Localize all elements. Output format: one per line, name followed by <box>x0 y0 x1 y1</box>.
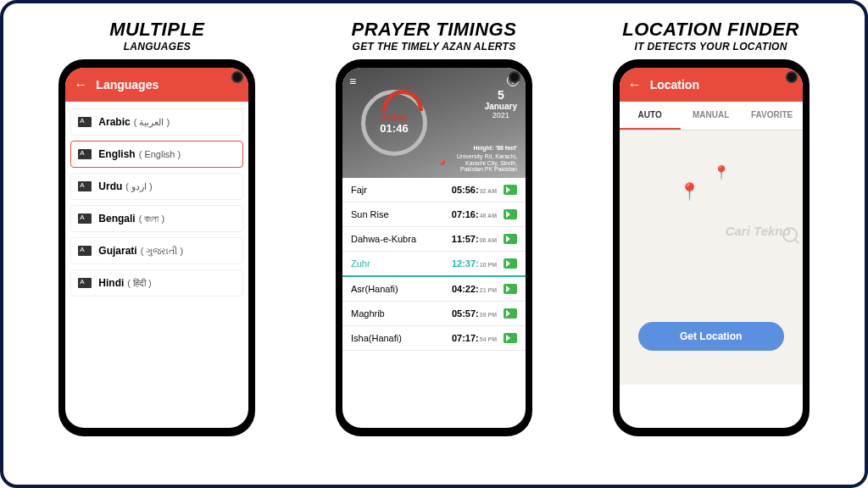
hamburger-icon[interactable]: ≡ <box>349 75 356 88</box>
prayer-name: Fajr <box>351 185 452 195</box>
date-month: January <box>485 102 517 111</box>
translate-icon <box>78 181 92 191</box>
prayer-row-isha[interactable]: Isha(Hanafi) 07:17:54 PM <box>342 326 526 351</box>
heading-big: MULTIPLE <box>109 19 204 41</box>
translate-icon <box>78 214 92 224</box>
prayer-time: 12:37:10 PM <box>452 258 497 269</box>
panel-languages: MULTIPLE LANGUAGES ← Languages Arabic ( … <box>30 19 284 436</box>
countdown-clock: Zuhar 01:46 <box>361 90 427 156</box>
prayer-row-dahwa[interactable]: Dahwa-e-Kubra 11:57:06 AM <box>342 227 526 252</box>
prayer-time: 07:16:48 AM <box>452 209 497 219</box>
clock-label: Zuhar <box>381 112 408 122</box>
lang-name: Bengali <box>98 213 135 225</box>
sound-icon[interactable] <box>504 284 517 294</box>
lang-item-arabic[interactable]: Arabic ( العربية ) <box>70 108 243 136</box>
phone-frame-3: ← Location AUTO MANUAL FAVORITE 📍 📍 Cari… <box>613 59 810 436</box>
sound-icon[interactable] <box>504 258 517 269</box>
promo-frame: MULTIPLE LANGUAGES ← Languages Arabic ( … <box>0 0 868 488</box>
appbar-title: Location <box>650 78 699 92</box>
lang-name: Gujarati <box>98 245 136 257</box>
get-location-button[interactable]: Get Location <box>638 322 784 351</box>
appbar-title: Languages <box>96 78 159 92</box>
magnifier-icon <box>782 227 798 242</box>
date-day: 5 <box>485 88 517 102</box>
lang-item-urdu[interactable]: Urdu ( اردو ) <box>70 173 243 200</box>
back-icon[interactable]: ← <box>74 77 87 92</box>
heading-location: LOCATION FINDER IT DETECTS YOUR LOCATION <box>622 19 799 53</box>
phone-screen-1: ← Languages Arabic ( العربية ) English (… <box>65 68 248 428</box>
prayer-name: Dahwa-e-Kubra <box>351 234 452 244</box>
date-year: 2021 <box>485 111 517 119</box>
prayer-time: 07:17:54 PM <box>452 333 497 343</box>
heading-small: GET THE TIMELY AZAN ALERTS <box>352 41 517 53</box>
sound-icon[interactable] <box>504 234 517 244</box>
lang-name: English <box>98 148 135 160</box>
prayer-row-fajr[interactable]: Fajr 05:56:32 AM <box>342 178 526 202</box>
heading-big: LOCATION FINDER <box>622 19 799 41</box>
heading-small: IT DETECTS YOUR LOCATION <box>622 41 799 53</box>
heading-languages: MULTIPLE LANGUAGES <box>109 19 204 53</box>
lang-name: Urdu <box>98 180 122 192</box>
tab-favorite[interactable]: FAVORITE <box>742 102 803 130</box>
lang-native: ( العربية ) <box>134 117 170 128</box>
sound-icon[interactable] <box>504 333 517 343</box>
map-area: 📍 📍 Cari Tekno Get Location <box>620 130 803 385</box>
sound-icon[interactable] <box>504 308 517 319</box>
phone-frame-1: ← Languages Arabic ( العربية ) English (… <box>58 59 255 436</box>
lang-item-gujarati[interactable]: Gujarati ( ગુજરાતી ) <box>70 237 243 264</box>
lang-item-bengali[interactable]: Bengali ( বাংলা ) <box>70 205 243 232</box>
translate-icon <box>78 149 92 159</box>
prayer-name: Sun Rise <box>351 209 452 219</box>
prayer-header: ≡ i Zuhar 01:46 5 January 2021 📍 Height:… <box>342 68 526 178</box>
heading-small: LANGUAGES <box>109 41 204 53</box>
prayer-time: 11:57:06 AM <box>452 234 497 244</box>
lang-native: ( বাংলা ) <box>139 214 164 225</box>
phone-screen-2: ≡ i Zuhar 01:46 5 January 2021 📍 Height:… <box>342 68 526 428</box>
height-text: Height: '88 feet' <box>457 145 517 152</box>
date-block: 5 January 2021 <box>485 88 517 119</box>
map-pin-gray-icon: 📍 <box>713 164 730 180</box>
phone-frame-2: ≡ i Zuhar 01:46 5 January 2021 📍 Height:… <box>336 59 532 436</box>
prayer-time: 05:57:39 PM <box>452 308 497 319</box>
phone-screen-3: ← Location AUTO MANUAL FAVORITE 📍 📍 Cari… <box>620 68 803 428</box>
prayer-name: Isha(Hanafi) <box>351 333 452 343</box>
lang-native: ( اردو ) <box>125 181 152 192</box>
prayer-row-zuhr[interactable]: Zuhr 12:37:10 PM <box>342 252 526 277</box>
translate-icon <box>78 246 92 256</box>
tab-manual[interactable]: MANUAL <box>681 102 742 130</box>
address-text: University Rd, Karachi, Karachi City, Si… <box>457 153 517 173</box>
panel-prayer-timings: PRAYER TIMINGS GET THE TIMELY AZAN ALERT… <box>307 19 561 436</box>
watermark-text: Cari Tekno <box>726 224 791 238</box>
prayer-name: Maghrib <box>351 308 452 319</box>
location-pin-icon[interactable]: 📍 <box>437 160 448 169</box>
appbar-location: ← Location <box>620 68 803 102</box>
back-icon[interactable]: ← <box>628 77 642 92</box>
prayer-list: Fajr 05:56:32 AM Sun Rise 07:16:48 AM Da… <box>342 178 526 351</box>
panel-location: LOCATION FINDER IT DETECTS YOUR LOCATION… <box>584 19 838 436</box>
tab-auto[interactable]: AUTO <box>620 102 681 130</box>
prayer-name: Asr(Hanafi) <box>351 284 452 294</box>
language-list: Arabic ( العربية ) English ( English ) U… <box>65 102 248 308</box>
heading-prayer: PRAYER TIMINGS GET THE TIMELY AZAN ALERT… <box>352 19 517 53</box>
lang-name: Hindi <box>98 277 124 289</box>
prayer-time: 05:56:32 AM <box>452 185 497 195</box>
heading-big: PRAYER TIMINGS <box>352 19 517 41</box>
prayer-row-maghrib[interactable]: Maghrib 05:57:39 PM <box>342 302 526 326</box>
lang-native: ( ગુજરાતી ) <box>141 246 183 257</box>
prayer-row-asr[interactable]: Asr(Hanafi) 04:22:21 PM <box>342 277 526 302</box>
sound-icon[interactable] <box>504 209 517 219</box>
location-tabs: AUTO MANUAL FAVORITE <box>620 102 803 130</box>
prayer-time: 04:22:21 PM <box>452 284 497 294</box>
clock-time: 01:46 <box>380 122 408 135</box>
appbar-languages: ← Languages <box>65 68 248 102</box>
location-text: Height: '88 feet' University Rd, Karachi… <box>457 145 517 173</box>
lang-item-hindi[interactable]: Hindi ( हिंदी ) <box>70 269 243 297</box>
prayer-row-sunrise[interactable]: Sun Rise 07:16:48 AM <box>342 202 526 227</box>
translate-icon <box>78 117 92 127</box>
camera-hole <box>786 71 798 83</box>
sound-icon[interactable] <box>504 185 517 195</box>
lang-native: ( English ) <box>139 149 181 159</box>
lang-item-english[interactable]: English ( English ) <box>70 141 243 168</box>
map-pin-red-icon: 📍 <box>679 181 700 202</box>
camera-hole <box>509 71 520 83</box>
